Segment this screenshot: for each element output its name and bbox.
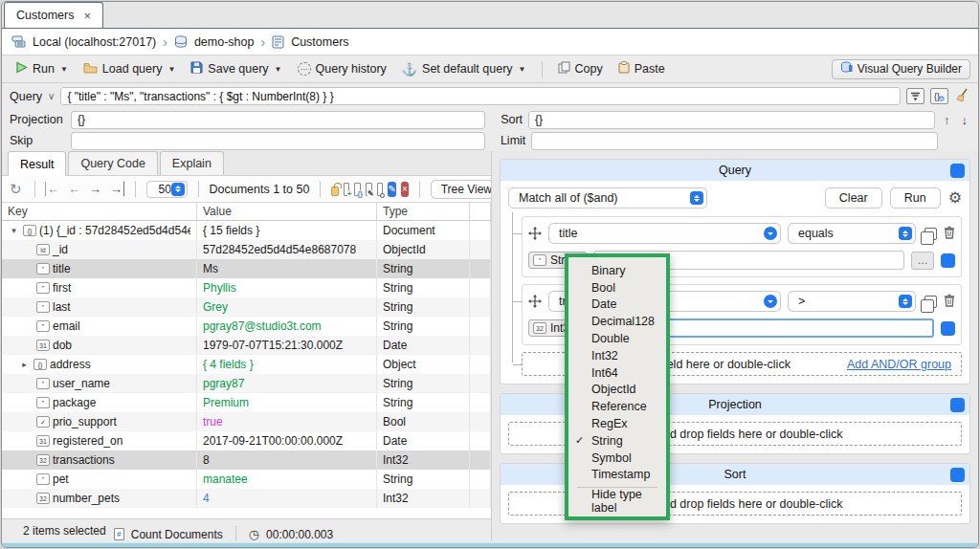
last-page-icon[interactable]: → xyxy=(108,182,124,196)
first-page-icon[interactable]: ← xyxy=(45,182,61,196)
view-mode-button[interactable]: Tree View xyxy=(431,180,491,199)
menu-item-regex[interactable]: RegEx xyxy=(568,415,666,432)
delete-condition-icon[interactable] xyxy=(944,226,955,242)
load-query-button[interactable]: Load query▼ xyxy=(78,59,181,79)
tab-close-icon[interactable]: × xyxy=(83,9,91,23)
query-collapse-icon[interactable]: ∨ xyxy=(48,91,55,101)
add-and-or-group-link[interactable]: Add AND/OR group xyxy=(847,358,951,371)
field-select[interactable]: title xyxy=(548,223,781,244)
result-toolbar: ↻ ← ← → → 50 Documents 1 to 50 + {} ✎ xyxy=(2,176,491,203)
set-default-query-button[interactable]: ⚓ Set default query▼ xyxy=(396,59,532,79)
visual-query-builder-button[interactable]: Visual Query Builder xyxy=(832,59,970,79)
menu-item-int64[interactable]: Int64 xyxy=(568,364,666,382)
delete-document-icon[interactable]: × xyxy=(401,182,409,197)
tab-customers[interactable]: Customers × xyxy=(4,2,103,28)
table-row[interactable]: "first Phyllis String xyxy=(2,278,491,297)
column-key[interactable]: Key xyxy=(2,203,197,220)
limit-input[interactable] xyxy=(531,132,938,150)
table-row[interactable]: 31registered_on 2017-09-21T00:00:00.000Z… xyxy=(2,431,491,450)
menu-item-objectid[interactable]: ObjectId xyxy=(568,382,666,399)
paste-icon xyxy=(618,61,630,77)
filter-options-icon[interactable] xyxy=(906,88,924,104)
breadcrumb-database[interactable]: demo-shop xyxy=(194,35,255,49)
table-row[interactable]: "user_name pgray87 String xyxy=(2,374,491,393)
delete-condition-icon[interactable] xyxy=(944,294,955,310)
table-row[interactable]: 31dob 1979-07-07T15:21:30.000Z Date xyxy=(2,336,491,355)
copy-button[interactable]: Copy xyxy=(552,58,609,79)
page-size-select[interactable]: 50 xyxy=(146,181,188,198)
table-row[interactable]: ▾{}(1) {_id : 57d28452ed5d4d54e8687078} … xyxy=(2,221,491,240)
table-row[interactable]: "last Grey String xyxy=(2,297,491,317)
menu-item-reference[interactable]: Reference xyxy=(568,398,666,415)
paste-button[interactable]: Paste xyxy=(612,58,671,79)
sort-enabled-checkbox[interactable] xyxy=(950,468,965,482)
add-document-icon[interactable]: + xyxy=(344,183,350,196)
sort-input[interactable] xyxy=(528,111,935,129)
clear-button[interactable]: Clear xyxy=(825,187,882,209)
query-history-button[interactable]: ⋯ Query history xyxy=(292,59,392,78)
column-value[interactable]: Value xyxy=(197,203,377,220)
projection-enabled-checkbox[interactable] xyxy=(950,398,965,412)
object-icon: {} xyxy=(33,359,47,370)
menu-item-bool[interactable]: Bool xyxy=(568,279,666,296)
table-row[interactable]: 32number_pets 4 Int32 xyxy=(2,489,491,508)
breadcrumb-connection[interactable]: Local (localhost:27017) xyxy=(33,35,156,49)
previous-page-icon[interactable]: ← xyxy=(66,182,82,196)
run-query-button[interactable]: Run xyxy=(890,187,941,209)
tab-explain[interactable]: Explain xyxy=(160,151,224,175)
tab-result[interactable]: Result xyxy=(8,151,66,176)
edit-document-icon[interactable]: ✎ xyxy=(366,183,372,196)
menu-item-hide-type-label[interactable]: Hide type label xyxy=(568,493,666,510)
menu-item-symbol[interactable]: Symbol xyxy=(568,450,666,467)
view-document-icon[interactable] xyxy=(377,183,384,196)
more-options-button[interactable]: … xyxy=(911,252,934,270)
lock-icon[interactable] xyxy=(331,187,339,196)
run-button[interactable]: Run▼ xyxy=(10,58,74,79)
projection-input[interactable] xyxy=(71,111,485,129)
menu-item-date[interactable]: Date xyxy=(568,296,666,314)
query-enabled-checkbox[interactable] xyxy=(950,164,965,178)
menu-item-timestamp[interactable]: Timestamp xyxy=(568,467,666,484)
save-query-button[interactable]: Save query▼ xyxy=(185,58,287,79)
condition-enabled-checkbox[interactable] xyxy=(941,321,955,336)
sort-descending-icon[interactable]: ↓ xyxy=(959,113,971,127)
skip-input[interactable] xyxy=(71,132,485,150)
table-row[interactable]: ▸{}address { 4 fields } Object xyxy=(2,355,491,374)
twisty-closed-icon[interactable]: ▸ xyxy=(18,360,31,369)
table-row-selected[interactable]: "title Ms String xyxy=(2,259,491,278)
table-row[interactable]: ✓prio_support true Bool xyxy=(2,412,491,431)
sort-ascending-icon[interactable]: ↑ xyxy=(941,113,953,127)
breadcrumb-collection[interactable]: Customers xyxy=(291,35,348,49)
inplace-edit-icon[interactable]: ✎ xyxy=(388,182,395,197)
result-tab-strip: Result Query Code Explain xyxy=(2,151,491,176)
tab-query-code[interactable]: Query Code xyxy=(68,151,157,175)
table-row-selected[interactable]: 32transactions 8 Int32 xyxy=(2,450,491,470)
match-mode-select[interactable]: Match all of ($and) xyxy=(508,187,707,209)
twisty-open-icon[interactable]: ▾ xyxy=(8,226,20,235)
settings-gear-icon[interactable]: ⚙ xyxy=(948,190,962,206)
operator-select[interactable]: equals xyxy=(788,223,916,244)
duplicate-condition-icon[interactable] xyxy=(924,296,937,308)
column-type[interactable]: Type xyxy=(377,203,470,220)
document-json-icon[interactable]: {} xyxy=(354,183,361,196)
condition-enabled-checkbox[interactable] xyxy=(941,253,955,268)
menu-item-int32[interactable]: Int32 xyxy=(568,347,666,364)
next-page-icon[interactable]: → xyxy=(87,182,103,196)
table-row[interactable]: "package Premium String xyxy=(2,393,491,412)
menu-item-decimal128[interactable]: Decimal128 xyxy=(568,313,666,330)
refresh-icon[interactable]: ↻ xyxy=(8,181,24,198)
clear-query-icon[interactable] xyxy=(956,88,970,105)
table-row[interactable]: id_id 57d28452ed5d4d54e8687078 ObjectId xyxy=(2,240,491,259)
table-row[interactable]: "pet manatee String xyxy=(2,470,491,489)
drag-handle-icon[interactable] xyxy=(528,295,542,308)
count-documents-button[interactable]: Count Documents xyxy=(131,528,223,541)
operator-select[interactable]: > xyxy=(788,291,916,312)
menu-item-double[interactable]: Double xyxy=(568,330,666,347)
table-row[interactable]: "email pgray87@studio3t.com String xyxy=(2,317,491,336)
drag-handle-icon[interactable] xyxy=(528,227,542,240)
menu-item-binary[interactable]: Binary xyxy=(568,262,666,279)
duplicate-condition-icon[interactable] xyxy=(924,228,937,240)
menu-item-string[interactable]: ✓ String xyxy=(568,432,666,450)
query-input[interactable] xyxy=(60,87,901,105)
query-settings-icon[interactable]: {}⚙ xyxy=(930,88,948,104)
